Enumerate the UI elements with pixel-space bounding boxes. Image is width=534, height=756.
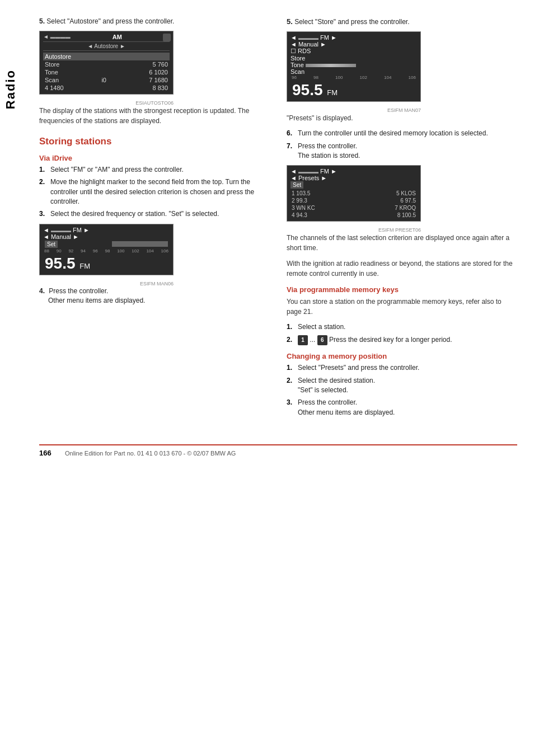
fm-rds-checkbox: ☐	[291, 48, 296, 54]
preset-4-col2: 8 100.5	[397, 212, 416, 218]
fm-store-top-bar: ◄ ▬▬▬▬ FM ►	[291, 34, 417, 41]
page-number: 166	[39, 449, 56, 457]
presets-text: "Presets" is displayed.	[287, 113, 517, 123]
fm-right-arrow: ►	[83, 227, 90, 233]
fm-set-label: Set	[45, 241, 58, 248]
preset-1-col2: 5 KLOS	[396, 190, 416, 196]
fm-scale-104: 104	[146, 248, 153, 253]
am-tone-label: Tone	[45, 69, 58, 76]
changing-step-1: 1. Select "Presets" and press the contro…	[287, 363, 517, 373]
fm-scale-96: 96	[93, 248, 98, 253]
fm-top-bar: ◄ ▬▬▬▬ FM ►	[43, 227, 170, 233]
fm-store-sub-bar: ◄ Manual ►	[291, 41, 417, 48]
am-tone-val: 6 1020	[149, 69, 168, 76]
idrive-step-3: 3. Select the desired frequency or stati…	[39, 209, 270, 219]
storing-stations-heading: Storing stations	[39, 136, 270, 147]
footer-text: Online Edition for Part no. 01 41 0 013 …	[65, 450, 236, 457]
fm-store-tone-label: Tone	[291, 62, 304, 68]
am-store-row: Store 5 760	[43, 60, 170, 68]
prog-step-1: 1. Select a station.	[287, 322, 517, 332]
steps-6-7: 6. Turn the controller until the desired…	[287, 129, 517, 161]
changing-step2-num: 2.	[287, 376, 294, 396]
preset-2-col1: 2 99.3	[292, 198, 307, 204]
fm-scale-92: 92	[68, 248, 73, 253]
presets-set-label: Set	[291, 181, 303, 189]
fm-rds-row: ☐ RDS	[291, 48, 417, 55]
am-image-caption: ESIAUTOSTO06	[39, 100, 174, 106]
via-idrive-heading: Via iDrive	[39, 154, 270, 162]
two-column-layout: 5. Select "Autostore" and press the cont…	[39, 17, 517, 422]
fm-store-106: 106	[409, 75, 416, 80]
key-btn-1: 1	[298, 335, 308, 346]
fm-scale-90: 90	[57, 248, 62, 253]
changing-step1-num: 1.	[287, 363, 294, 373]
am-top-bar: ◄ ▬▬▬▬ AM ►	[43, 34, 170, 42]
preset-1-col1: 1 103.5	[292, 190, 310, 196]
fm-rds-label: RDS	[298, 48, 311, 54]
presets-display: ◄ ▬▬▬▬ FM ► ◄ Presets ► Set 1 103.5 5 KL…	[287, 165, 421, 222]
fm-store-freq-unit: FM	[327, 88, 338, 97]
idrive-step3-num: 3.	[39, 209, 47, 219]
preset-row-3: 3 WN KC 7 KROQ	[291, 204, 417, 212]
fm-store-right-arrow: ►	[331, 34, 337, 41]
am-tone-row: Tone 6 1020	[43, 68, 170, 76]
right-step5-text: Select "Store" and press the controller.	[294, 18, 409, 26]
step7-num: 7.	[287, 142, 294, 161]
idrive-step1-num: 1.	[39, 165, 47, 175]
preset-3-col2: 7 KROQ	[395, 205, 416, 211]
step-6: 6. Turn the controller until the desired…	[287, 129, 517, 138]
right-step5-num: 5.	[287, 17, 293, 26]
left-step4-num: 4.	[39, 287, 45, 295]
am-scan-row: Scan i0 7 1680	[43, 76, 170, 84]
am-last-col1: 4 1480	[45, 84, 64, 91]
page-footer: 166 Online Edition for Part no. 01 41 0 …	[39, 444, 517, 457]
preset-4-col1: 4 94.3	[292, 212, 307, 218]
fm-scale-94: 94	[81, 248, 86, 253]
right-column: 5. Select "Store" and press the controll…	[287, 17, 517, 422]
changing-step3-text: Press the controller. Other menu items a…	[298, 398, 517, 417]
sidebar-label-text: Radio	[3, 69, 18, 109]
fm-cursor-bar	[112, 241, 168, 247]
fm-store-item: Store	[291, 55, 417, 62]
fm-manual-caption: ESIFM MAN06	[39, 281, 174, 287]
fm-store-tone-row: Tone	[291, 62, 417, 68]
sidebar-radio-label: Radio	[0, 34, 21, 145]
left-column: 5. Select "Autostore" and press the cont…	[39, 17, 270, 422]
am-store-label: Store	[45, 61, 59, 68]
presets-caption: ESIFM PRESET06	[287, 227, 421, 233]
preset-2-col2: 6 97.5	[400, 198, 416, 204]
prog-step1-text: Select a station.	[298, 322, 517, 332]
idrive-step-2: 2. Move the highlight marker to the seco…	[39, 177, 270, 206]
preset-3-col1: 3 WN KC	[292, 205, 315, 211]
left-step4-text: Press the controller.	[49, 287, 108, 295]
step6-text: Turn the controller until the desired me…	[298, 129, 517, 138]
fm-store-98: 98	[313, 75, 318, 80]
am-last-val: 8 830	[152, 84, 168, 91]
fm-store-left-arrow: ◄ ▬▬▬▬	[291, 34, 318, 41]
key-btn-6: 6	[317, 335, 327, 346]
fm-manual-display: ◄ ▬▬▬▬ FM ► ◄ Manual ► Set 88 90 92 94 9…	[39, 224, 174, 275]
presets-sub-bar: ◄ Presets ►	[291, 175, 417, 181]
preset-row-2: 2 99.3 6 97.5	[291, 197, 417, 204]
step5-left-num: 5.	[39, 17, 45, 25]
fm-tone-slider	[306, 64, 356, 67]
am-left-arrow: ◄ ▬▬▬▬	[43, 34, 71, 40]
left-step5-intro: 5. Select "Autostore" and press the cont…	[39, 17, 270, 26]
via-prog-text: You can store a station on the programma…	[287, 297, 517, 317]
changing-steps-list: 1. Select "Presets" and press the contro…	[287, 363, 517, 417]
fm-store-display: ◄ ▬▬▬▬ FM ► ◄ Manual ► ☐ RDS Store Tone …	[287, 31, 421, 102]
fm-store-102: 102	[360, 75, 367, 80]
am-desc-text: The display of the stations with the str…	[39, 106, 270, 126]
presets-band: FM	[320, 168, 329, 175]
prog-step2-text: 1 ... 6 Press the desired key for a long…	[298, 335, 517, 346]
fm-scale-labels: 88 90 92 94 96 98 100 102 104 106	[43, 248, 170, 253]
prog-step-2: 2. 1 ... 6 Press the desired key for a l…	[287, 335, 517, 346]
fm-store-100: 100	[335, 75, 343, 80]
fm-scale-106: 106	[161, 248, 168, 253]
changing-step3-num: 3.	[287, 398, 294, 417]
step-7: 7. Press the controller. The station is …	[287, 142, 517, 161]
presets-top-bar: ◄ ▬▬▬▬ FM ►	[291, 168, 417, 175]
changing-step1-text: Select "Presets" and press the controlle…	[298, 363, 517, 373]
preset-row-1: 1 103.5 5 KLOS	[291, 190, 417, 197]
idrive-step-1: 1. Select "FM" or "AM" and press the con…	[39, 165, 270, 175]
